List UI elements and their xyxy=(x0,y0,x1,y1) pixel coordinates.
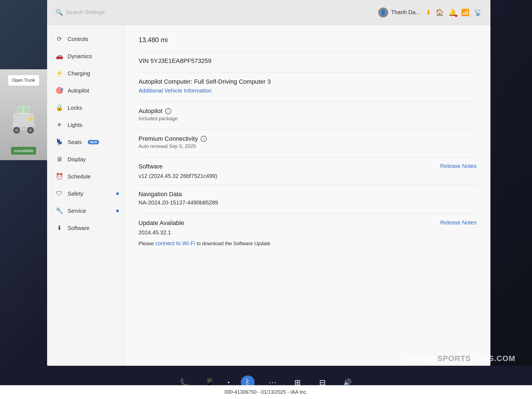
autopilot-feature-row: Autopilot i Included package xyxy=(139,108,477,122)
autopilot-icon: 🎯 xyxy=(55,87,63,94)
vin-value: VIN 5YJ3E1EA8PF573259 xyxy=(139,57,477,65)
sidebar-item-software[interactable]: ⬇ Software xyxy=(47,219,124,237)
sidebar-item-dynamics[interactable]: 🚗 Dynamics xyxy=(47,48,124,65)
divider-1 xyxy=(139,52,477,52)
car-image: ⚡ xyxy=(7,90,40,140)
sidebar-item-autopilot[interactable]: 🎯 Autopilot xyxy=(47,82,124,99)
premium-title-row: Premium Connectivity i xyxy=(139,135,477,142)
nav-data-value: NA-2024.20-15137-4490b85289 xyxy=(139,200,477,206)
schedule-icon: ⏰ xyxy=(55,173,63,180)
watermark-rest: CARS.COM xyxy=(471,354,515,363)
seats-icon: 💺 xyxy=(55,139,63,146)
content-panel: 13,480 mi VIN 5YJ3E1EA8PF573259 Autopilo… xyxy=(125,25,490,366)
sidebar-label-schedule: Schedule xyxy=(68,173,91,180)
mileage-row: 13,480 mi xyxy=(139,36,477,44)
search-area: 🔍 Search Settings xyxy=(55,9,378,16)
service-dot xyxy=(116,209,119,212)
vin-row: VIN 5YJ3E1EA8PF573259 xyxy=(139,57,477,65)
home-icon: 🏠 xyxy=(436,9,444,16)
open-trunk-button[interactable]: Open Trunk xyxy=(8,75,39,86)
locks-icon: 🔒 xyxy=(55,104,63,111)
svg-text:⚡: ⚡ xyxy=(28,115,35,122)
seats-new-badge: NEW xyxy=(88,140,99,144)
sidebar-item-seats[interactable]: 💺 Seats NEW xyxy=(47,134,124,151)
autopilot-computer-value: Autopilot Computer: Full Self-Driving Co… xyxy=(139,78,477,85)
notification-icon: 🔔 xyxy=(448,9,457,16)
svg-point-7 xyxy=(15,129,18,132)
software-icon: ⬇ xyxy=(55,224,63,232)
top-bar: 🔍 Search Settings 👤 Thanh Da... ⬇ 🏠 🔔 📶 … xyxy=(47,0,490,25)
premium-label: Premium Connectivity xyxy=(139,135,198,142)
footer-text: 000-41306750 - 01/13/2025 - IAA Inc. xyxy=(224,389,308,395)
main-content: ⟳ Controls 🚗 Dynamics ⚡ Charging 🎯 Autop… xyxy=(47,25,490,366)
divider-5 xyxy=(139,157,477,157)
lights-icon: ☀ xyxy=(55,121,63,129)
autopilot-title-row: Autopilot i xyxy=(139,108,477,115)
update-warning-text: Please connect to Wi-Fi to download the … xyxy=(139,241,270,246)
user-area: 👤 Thanh Da... ⬇ 🏠 🔔 📶 📡 xyxy=(378,7,482,17)
user-display-name: Thanh Da... xyxy=(391,9,420,16)
search-placeholder[interactable]: Search Settings xyxy=(66,9,105,16)
sidebar-item-charging[interactable]: ⚡ Charging xyxy=(47,65,124,82)
sidebar-label-locks: Locks xyxy=(68,105,82,111)
safety-dot xyxy=(116,192,119,195)
vin-number: 5YJ3E1EA8PF573259 xyxy=(150,57,211,64)
sidebar-label-dynamics: Dynamics xyxy=(68,53,92,60)
update-available-section: Update Available Release Notes xyxy=(139,219,477,227)
sidebar-item-lights[interactable]: ☀ Lights xyxy=(47,116,124,134)
charging-icon: ⚡ xyxy=(55,70,63,77)
notification-dot xyxy=(455,15,457,17)
sidebar-item-schedule[interactable]: ⏰ Schedule xyxy=(47,168,124,185)
sidebar-item-controls[interactable]: ⟳ Controls xyxy=(47,30,124,48)
car-display-panel: Open Trunk ⚡ unavailable xyxy=(0,69,47,160)
svg-rect-4 xyxy=(24,106,30,113)
wifi-icon: 📶 xyxy=(461,9,469,16)
sidebar-label-controls: Controls xyxy=(68,36,88,42)
software-version: v12 (2024.45.32 26bf7521c499) xyxy=(139,173,477,179)
mileage-value: 13,480 mi xyxy=(139,36,477,44)
autopilot-computer-detail: Full Self-Driving Computer 3 xyxy=(194,78,271,85)
car-svg: ⚡ xyxy=(7,90,40,140)
autopilot-info-icon[interactable]: i xyxy=(165,108,171,114)
sidebar-label-service: Service xyxy=(68,208,86,214)
sidebar-item-locks[interactable]: 🔒 Locks xyxy=(47,99,124,116)
nav-data-label: Navigation Data xyxy=(139,191,477,198)
open-trunk-label: Open Trunk xyxy=(12,78,35,83)
premium-info-icon[interactable]: i xyxy=(201,136,207,142)
svg-rect-3 xyxy=(17,106,23,113)
download-icon: ⬇ xyxy=(426,9,431,16)
autopilot-feature-label: Autopilot xyxy=(139,108,162,115)
update-version: 2024.45.32.1 xyxy=(139,229,477,236)
dot-separator: • xyxy=(227,379,229,386)
divider-6 xyxy=(139,185,477,185)
warning-suffix: to download the Software Update xyxy=(197,241,270,246)
watermark-sports: SPORTS xyxy=(437,354,471,363)
sidebar-item-safety[interactable]: 🛡 Safety xyxy=(47,185,124,202)
release-notes-link[interactable]: Release Notes xyxy=(440,163,477,169)
search-icon: 🔍 xyxy=(55,9,63,16)
tesla-screen: 🔍 Search Settings 👤 Thanh Da... ⬇ 🏠 🔔 📶 … xyxy=(47,0,490,366)
connect-wifi-link[interactable]: connect to Wi-Fi xyxy=(155,240,195,246)
watermark-renew: RENEW xyxy=(407,354,437,363)
divider-2 xyxy=(139,72,477,73)
sidebar-label-safety: Safety xyxy=(68,191,83,197)
sidebar-label-autopilot: Autopilot xyxy=(68,88,89,94)
user-avatar: 👤 xyxy=(378,7,388,17)
signal-icon: 📡 xyxy=(474,9,482,16)
sidebar-item-display[interactable]: 🖥 Display xyxy=(47,151,124,168)
update-release-notes-link[interactable]: Release Notes xyxy=(440,219,477,226)
software-section: Software Release Notes xyxy=(139,163,477,170)
divider-7 xyxy=(139,214,477,214)
sidebar-label-charging: Charging xyxy=(68,70,90,77)
update-warning-row: Please connect to Wi-Fi to download the … xyxy=(139,240,477,247)
sidebar-label-lights: Lights xyxy=(68,122,82,128)
warning-prefix: Please xyxy=(139,241,154,246)
additional-vehicle-info-link[interactable]: Additional Vehicle Information xyxy=(139,88,212,94)
dynamics-icon: 🚗 xyxy=(55,53,63,60)
premium-sub-text: Auto renewal Sep 5, 2025 xyxy=(139,144,477,149)
unavailable-badge: unavailable xyxy=(11,147,36,155)
autopilot-sub-text: Included package xyxy=(139,116,477,122)
svg-point-8 xyxy=(29,129,32,132)
sidebar-item-service[interactable]: 🔧 Service xyxy=(47,202,124,219)
update-available-label: Update Available xyxy=(139,219,184,227)
